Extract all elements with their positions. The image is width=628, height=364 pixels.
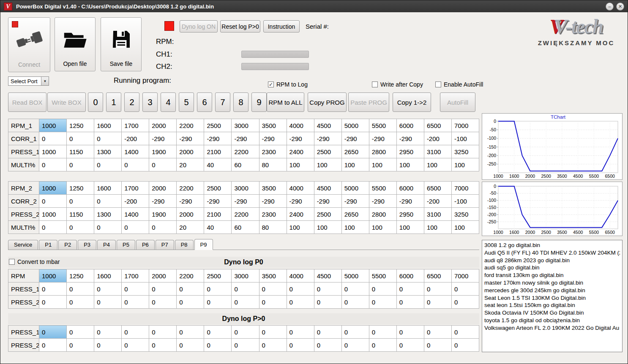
grid-cell[interactable]: 0 <box>122 283 149 296</box>
grid-cell[interactable]: 2000 <box>149 182 177 195</box>
file-list-item[interactable]: Skoda Octavia IV 150KM Go Digital.bin <box>484 309 620 317</box>
enable-autofill-checkbox[interactable]: Enable AutoFill <box>435 81 483 88</box>
tab-p6[interactable]: P6 <box>136 240 155 250</box>
grid-cell[interactable]: 2650 <box>341 208 369 221</box>
grid-cell[interactable]: 20 <box>177 221 204 234</box>
grid-cell[interactable]: 1600 <box>94 119 122 132</box>
grid-cell[interactable]: -290 <box>287 195 314 208</box>
instruction-button[interactable]: Instruction <box>263 20 300 33</box>
grid-cell[interactable]: 0 <box>232 326 259 339</box>
program-2-button[interactable]: 2 <box>124 92 139 112</box>
grid-cell[interactable]: 100 <box>424 158 451 171</box>
grid-cell[interactable]: 6500 <box>424 119 451 132</box>
grid-cell[interactable]: 2400 <box>287 145 314 158</box>
grid-cell[interactable]: 0 <box>177 326 204 339</box>
grid-cell[interactable]: 0 <box>369 326 396 339</box>
grid-cell[interactable]: 0 <box>39 158 67 171</box>
grid-cell[interactable]: 2100 <box>204 208 232 221</box>
grid-cell[interactable]: 0 <box>424 296 451 309</box>
grid-cell[interactable]: 2300 <box>259 145 287 158</box>
grid-cell[interactable]: 0 <box>67 326 94 339</box>
grid-cell[interactable]: 0 <box>341 296 369 309</box>
grid-cell[interactable]: 100 <box>369 158 396 171</box>
grid-cell[interactable]: 80 <box>259 158 287 171</box>
program-8-button[interactable]: 8 <box>233 92 248 112</box>
program-1-button[interactable]: 1 <box>106 92 121 112</box>
grid-cell[interactable]: 0 <box>451 283 479 296</box>
grid-cell[interactable]: 0 <box>94 158 122 171</box>
grid-cell[interactable]: 0 <box>177 339 204 352</box>
grid-cell[interactable]: -290 <box>204 195 232 208</box>
grid-cell[interactable]: 0 <box>396 296 424 309</box>
close-icon[interactable]: ✕ <box>616 3 624 11</box>
grid-cell[interactable]: 0 <box>149 296 177 309</box>
grid-cell[interactable]: 3250 <box>451 208 479 221</box>
grid-cell[interactable]: 6500 <box>424 269 451 283</box>
grid-cell[interactable]: 2950 <box>396 145 424 158</box>
grid-cell[interactable]: -290 <box>177 195 204 208</box>
program-6-button[interactable]: 6 <box>197 92 212 112</box>
file-list-item[interactable]: seat leon 1.5tsi 150km go digital.bin <box>484 302 620 309</box>
grid-cell[interactable]: 2500 <box>204 269 232 283</box>
grid-cell[interactable]: 0 <box>149 283 177 296</box>
grid-cell[interactable]: 100 <box>396 221 424 234</box>
rpm-to-log-checkbox[interactable]: ✓ RPM to Log <box>268 81 308 88</box>
grid-cell[interactable]: 0 <box>314 339 341 352</box>
program-3-button[interactable]: 3 <box>142 92 158 112</box>
grid-cell[interactable]: 2000 <box>149 119 177 132</box>
grid-cell[interactable]: 4000 <box>287 119 314 132</box>
tab-p9[interactable]: P9 <box>194 239 213 250</box>
tab-p2[interactable]: P2 <box>58 240 77 250</box>
file-list-item[interactable]: toyota 1.5 go digital od obciążenia.bin <box>484 317 620 324</box>
tab-service[interactable]: Service <box>8 240 38 250</box>
grid-cell[interactable]: 5000 <box>341 269 369 283</box>
grid-cell[interactable]: -290 <box>396 195 424 208</box>
grid-cell[interactable]: 0 <box>177 296 204 309</box>
grid-cell[interactable]: 0 <box>451 326 479 339</box>
grid-cell[interactable]: 1700 <box>122 182 149 195</box>
program-7-button[interactable]: 7 <box>215 92 230 112</box>
grid-cell[interactable]: 2800 <box>369 145 396 158</box>
grid-cell[interactable]: 3000 <box>232 269 259 283</box>
program-5-button[interactable]: 5 <box>179 92 194 112</box>
grid-cell[interactable]: 0 <box>259 283 287 296</box>
file-list-item[interactable]: Seat Leon 1.5 TSI 130KM Go Digital.bin <box>484 294 620 302</box>
grid-cell[interactable]: 0 <box>122 221 149 234</box>
grid-cell[interactable]: 0 <box>204 339 232 352</box>
grid-cell[interactable]: 0 <box>67 195 94 208</box>
grid-cell[interactable]: -290 <box>149 132 177 145</box>
grid-cell[interactable]: 3250 <box>451 145 479 158</box>
grid-cell[interactable]: 0 <box>259 339 287 352</box>
grid-cell[interactable]: 1000 <box>39 182 67 195</box>
grid-cell[interactable]: 0 <box>396 326 424 339</box>
grid-cell[interactable]: -290 <box>369 132 396 145</box>
grid-cell[interactable]: 0 <box>67 132 94 145</box>
grid-cell[interactable]: 1250 <box>67 119 94 132</box>
grid-cell[interactable]: 0 <box>67 158 94 171</box>
grid-cell[interactable]: 60 <box>232 158 259 171</box>
grid-cell[interactable]: 100 <box>314 221 341 234</box>
grid-cell[interactable]: 1150 <box>67 145 94 158</box>
reset-log-button[interactable]: Reset log P>0 <box>220 20 260 33</box>
grid-cell[interactable]: 0 <box>369 339 396 352</box>
grid-cell[interactable]: -290 <box>314 195 341 208</box>
grid-cell[interactable]: 2800 <box>369 208 396 221</box>
grid-cell[interactable]: 1000 <box>39 119 67 132</box>
open-file-button[interactable]: Open file <box>55 17 96 71</box>
grid-cell[interactable]: 0 <box>314 283 341 296</box>
grid-cell[interactable]: 0 <box>39 339 67 352</box>
grid-cell[interactable]: 0 <box>122 339 149 352</box>
grid-cell[interactable]: 2000 <box>149 269 177 283</box>
grid-cell[interactable]: -290 <box>259 132 287 145</box>
grid-cell[interactable]: 1150 <box>67 208 94 221</box>
program-0-button[interactable]: 0 <box>88 92 103 112</box>
rpm-to-all-button[interactable]: RPM to ALL <box>267 92 304 112</box>
grid-cell[interactable]: -290 <box>341 195 369 208</box>
grid-cell[interactable]: 0 <box>39 283 67 296</box>
file-list-item[interactable]: audi sq5 go digital.bin <box>484 264 620 272</box>
grid-cell[interactable]: -290 <box>396 132 424 145</box>
tab-p1[interactable]: P1 <box>39 240 57 250</box>
grid-cell[interactable]: 0 <box>204 283 232 296</box>
minimize-icon[interactable]: – <box>606 3 614 11</box>
grid-cell[interactable]: 0 <box>67 339 94 352</box>
